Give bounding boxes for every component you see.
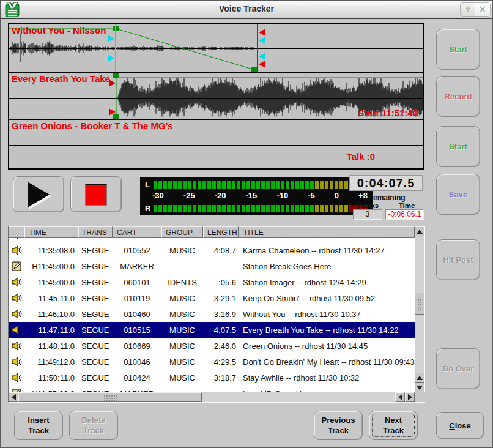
track1-title: Without You - Nilsson — [12, 25, 106, 35]
scrollbar-corner — [415, 392, 426, 402]
end-marker-line[interactable] — [257, 24, 258, 72]
header-time[interactable]: TIME — [24, 226, 78, 238]
start-track2-button[interactable]: Start — [436, 126, 480, 167]
button-label: Track — [28, 425, 49, 436]
up-arrow-icon — [417, 376, 423, 380]
previous-track-button[interactable]: Previous Track — [314, 411, 363, 440]
do-over-button[interactable]: Do Over — [436, 348, 480, 389]
meter-left-label: L — [145, 180, 154, 189]
start-time-label: Start 11:51:40 — [358, 108, 418, 118]
horizontal-scroll-thumb[interactable] — [18, 392, 202, 402]
header-cart[interactable]: CART — [113, 226, 161, 238]
track3-title: Green Onions - Booker T & The MG's — [12, 121, 173, 131]
playlist-row[interactable]: 11:45:11.0 SEGUE 010119 MUSIC 3:29.1 Kee… — [9, 290, 415, 306]
header-length[interactable]: LENGTH — [203, 226, 239, 238]
wave-panel-1[interactable]: Without You - Nilsson — [9, 24, 423, 72]
button-label: Track — [328, 425, 349, 436]
button-label: Previous — [322, 415, 355, 425]
save-button[interactable]: Save — [436, 174, 480, 215]
playlist-row[interactable]: H11:45:00.0 SEGUE MARKER Station Break G… — [9, 258, 415, 274]
speaker-icon — [9, 357, 24, 367]
scroll-down-button[interactable] — [415, 383, 424, 392]
speaker-icon — [9, 238, 24, 239]
marker-icon — [9, 261, 24, 271]
scale-tick: -10 — [276, 191, 288, 201]
button-label: Next — [385, 415, 402, 425]
playlist-row[interactable]: 11:49:12.0 SEGUE 010046 MUSIC 4:29.5 Don… — [9, 354, 415, 370]
time-remaining-value: -0:06:06.1 — [385, 209, 424, 220]
talk-start-handle[interactable] — [108, 35, 114, 42]
playlist-row[interactable] — [9, 238, 415, 242]
voice-tracker-window: Voice Tracker ⇧ ✕ Without You - Nilsson — [0, 0, 493, 448]
header-group[interactable]: GROUP — [161, 226, 203, 238]
header-icon[interactable] — [9, 226, 24, 238]
play-button[interactable] — [13, 176, 64, 212]
playlist-row[interactable]: 11:46:10.0 SEGUE 010460 MUSIC 3:16.9 Wit… — [9, 306, 415, 322]
stop-icon — [85, 184, 107, 206]
right-arrow-icon — [408, 394, 412, 400]
button-label: Delete — [81, 415, 105, 425]
speaker-icon — [9, 325, 24, 335]
speaker-icon — [9, 277, 24, 287]
end-handle[interactable] — [259, 29, 265, 36]
playlist-header: TIME TRANS CART GROUP LENGTH TITLE — [9, 226, 415, 238]
start-handle[interactable] — [109, 108, 116, 116]
scroll-up-button[interactable] — [415, 226, 424, 236]
meter-right-bar — [154, 205, 369, 212]
scroll-right-button[interactable] — [405, 392, 415, 402]
scale-tick: -15 — [246, 191, 258, 201]
grip-icon — [417, 299, 423, 310]
playlist-row[interactable]: 11:45:00.0 SEGUE 060101 IDENTS :05.6 Sta… — [9, 274, 415, 290]
header-title[interactable]: TITLE — [239, 226, 415, 238]
speaker-icon — [9, 245, 24, 255]
button-label: Do Over — [443, 364, 474, 374]
window-title: Voice Tracker — [1, 4, 492, 13]
button-label: Track — [83, 425, 104, 436]
hit-post-button[interactable]: Hit Post — [436, 239, 480, 280]
speaker-icon — [9, 341, 24, 351]
left-arrow-icon — [398, 394, 402, 400]
playlist-row[interactable]: 11:35:08.0 SEGUE 010552 MUSIC 4:08.7 Kar… — [9, 242, 415, 258]
vertical-scrollbar[interactable] — [415, 226, 424, 392]
close-button[interactable]: Close — [436, 412, 484, 439]
close-icon[interactable]: ✕ — [475, 3, 490, 16]
titlebar: Voice Tracker ⇧ ✕ — [1, 1, 492, 19]
talk-end-handle[interactable] — [259, 37, 265, 44]
talk-counter-label: Talk :0 — [347, 151, 375, 162]
button-label: Record — [445, 91, 472, 102]
button-label: Hit Post — [443, 255, 473, 265]
scroll-left-button[interactable] — [9, 392, 18, 402]
wave-panel-3[interactable]: Green Onions - Booker T & The MG's Talk … — [9, 119, 423, 166]
playlist-row[interactable]: 11:47:11.0 SEGUE 010515 MUSIC 4:07.5 Eve… — [9, 322, 415, 338]
maximize-icon[interactable]: ⇧ — [461, 3, 475, 16]
end-handle[interactable] — [259, 61, 265, 68]
wave-panel-2[interactable]: Every Breath You Take Start 11:51:40 — [9, 72, 423, 119]
talk-end-handle[interactable] — [259, 53, 265, 60]
vertical-scroll-thumb[interactable] — [415, 293, 424, 315]
start-track1-button[interactable]: Start — [436, 29, 480, 70]
record-button[interactable]: Record — [436, 76, 480, 117]
talk-marker-line[interactable] — [115, 24, 116, 72]
scroll-left-button[interactable] — [395, 392, 405, 402]
button-label: Close — [449, 420, 470, 431]
playlist-row[interactable]: 11:50:11.0 SEGUE 010424 MUSIC 3:18.7 Sta… — [9, 370, 415, 386]
playlist-row[interactable]: 11:48:11.0 SEGUE 010669 MUSIC 2:46.0 Gre… — [9, 338, 415, 354]
horizontal-scroll-track[interactable] — [18, 392, 395, 402]
playlist-table: TIME TRANS CART GROUP LENGTH TITLE 11:35… — [8, 226, 425, 403]
scale-tick: -25 — [183, 191, 195, 201]
header-trans[interactable]: TRANS — [78, 226, 113, 238]
vertical-scroll-track[interactable] — [415, 236, 424, 373]
next-track-button[interactable]: Next Track — [369, 411, 418, 440]
playlist-body: 11:35:08.0 SEGUE 010552 MUSIC 4:08.7 Kar… — [9, 238, 415, 394]
stop-button[interactable] — [70, 176, 122, 212]
button-label: Save — [449, 189, 467, 200]
start-handle[interactable] — [109, 80, 116, 87]
speaker-icon — [9, 293, 24, 303]
grip-icon — [103, 395, 118, 401]
delete-track-button[interactable]: Delete Track — [69, 411, 118, 440]
talk-start-handle[interactable] — [108, 54, 114, 62]
scroll-up-button[interactable] — [415, 373, 424, 383]
horizontal-scrollbar[interactable] — [9, 392, 426, 402]
insert-track-button[interactable]: Insert Track — [14, 411, 63, 440]
button-label: Track — [383, 425, 404, 436]
